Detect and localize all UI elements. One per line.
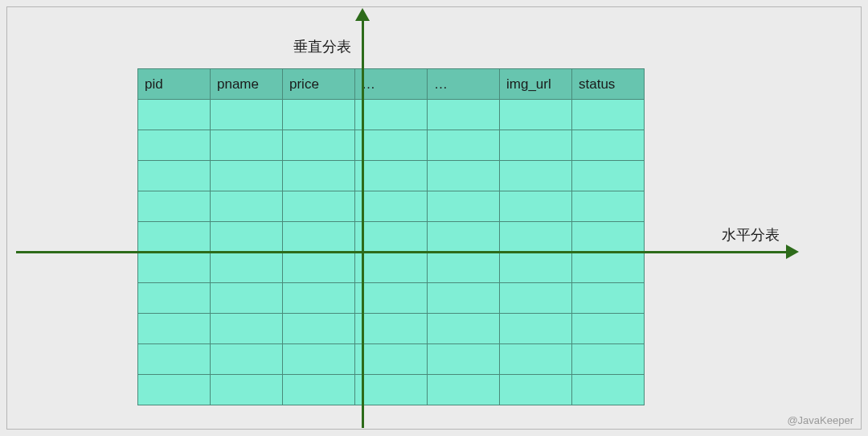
table-header-cell: price bbox=[283, 69, 355, 100]
table-row bbox=[138, 253, 645, 283]
table-header-row: pidpnameprice……img_urlstatus bbox=[138, 69, 645, 100]
table-cell bbox=[138, 191, 211, 222]
table-cell bbox=[572, 222, 645, 253]
watermark-text: @JavaKeeper bbox=[787, 414, 854, 426]
table-cell bbox=[500, 100, 572, 130]
table-cell bbox=[211, 253, 283, 283]
table-cell bbox=[138, 100, 211, 130]
table-cell bbox=[572, 375, 645, 405]
table-header-cell: pid bbox=[138, 69, 211, 100]
table-row bbox=[138, 100, 645, 130]
table-cell bbox=[138, 283, 211, 314]
table-cell bbox=[138, 375, 211, 405]
table-header-cell: img_url bbox=[500, 69, 572, 100]
table-cell bbox=[211, 283, 283, 314]
table-cell bbox=[428, 283, 500, 314]
table-cell bbox=[428, 375, 500, 405]
table-row bbox=[138, 344, 645, 375]
table-cell bbox=[283, 344, 355, 375]
table-cell bbox=[428, 100, 500, 130]
table-cell bbox=[355, 161, 428, 191]
table-cell bbox=[572, 130, 645, 161]
table-header-cell: pname bbox=[211, 69, 283, 100]
table-row bbox=[138, 283, 645, 314]
table-row bbox=[138, 375, 645, 405]
table-cell bbox=[211, 191, 283, 222]
table-cell bbox=[283, 191, 355, 222]
table-cell bbox=[428, 161, 500, 191]
table-cell bbox=[211, 161, 283, 191]
table-cell bbox=[138, 222, 211, 253]
table-cell bbox=[355, 100, 428, 130]
table-cell bbox=[355, 375, 428, 405]
table-cell bbox=[572, 161, 645, 191]
table-cell bbox=[355, 130, 428, 161]
table-cell bbox=[572, 100, 645, 130]
table-cell bbox=[138, 253, 211, 283]
vertical-axis-line bbox=[362, 16, 364, 428]
table-cell bbox=[138, 130, 211, 161]
table-cell bbox=[355, 283, 428, 314]
table-cell bbox=[500, 130, 572, 161]
table-cell bbox=[572, 283, 645, 314]
horizontal-axis-label: 水平分表 bbox=[722, 225, 780, 245]
table-cell bbox=[283, 375, 355, 405]
table-cell bbox=[355, 253, 428, 283]
table-row bbox=[138, 130, 645, 161]
table-row bbox=[138, 191, 645, 222]
table-cell bbox=[572, 344, 645, 375]
table-cell bbox=[211, 100, 283, 130]
table-cell bbox=[572, 253, 645, 283]
table-cell bbox=[355, 191, 428, 222]
table-cell bbox=[428, 314, 500, 344]
table-cell bbox=[211, 130, 283, 161]
table-cell bbox=[500, 161, 572, 191]
table-cell bbox=[283, 283, 355, 314]
table-cell bbox=[355, 344, 428, 375]
table-cell bbox=[211, 375, 283, 405]
table-cell bbox=[428, 344, 500, 375]
table-cell bbox=[138, 344, 211, 375]
table-cell bbox=[283, 253, 355, 283]
vertical-axis-label: 垂直分表 bbox=[293, 37, 351, 56]
vertical-axis-arrow-up-icon bbox=[355, 8, 370, 21]
table-cell bbox=[355, 314, 428, 344]
product-table: pidpnameprice……img_urlstatus bbox=[137, 68, 645, 405]
table-cell bbox=[138, 314, 211, 344]
table-cell bbox=[572, 191, 645, 222]
table-cell bbox=[355, 222, 428, 253]
table-cell bbox=[138, 161, 211, 191]
table-row bbox=[138, 222, 645, 253]
table-cell bbox=[500, 253, 572, 283]
table-cell bbox=[500, 344, 572, 375]
table-cell bbox=[283, 314, 355, 344]
table-cell bbox=[500, 191, 572, 222]
table-row bbox=[138, 314, 645, 344]
horizontal-axis-arrow-right-icon bbox=[786, 245, 799, 259]
table-cell bbox=[428, 130, 500, 161]
table-cell bbox=[283, 161, 355, 191]
table-cell bbox=[428, 191, 500, 222]
table-cell bbox=[428, 222, 500, 253]
table-cell bbox=[500, 314, 572, 344]
table-cell bbox=[572, 314, 645, 344]
table-cell bbox=[211, 344, 283, 375]
table-header-cell: status bbox=[572, 69, 645, 100]
table-cell bbox=[211, 314, 283, 344]
table-cell bbox=[283, 222, 355, 253]
table-cell bbox=[283, 130, 355, 161]
table-cell bbox=[428, 253, 500, 283]
table-cell bbox=[283, 100, 355, 130]
table-cell bbox=[500, 375, 572, 405]
table-cell bbox=[500, 283, 572, 314]
table-header-cell: … bbox=[428, 69, 500, 100]
horizontal-axis-line bbox=[16, 251, 788, 253]
table-row bbox=[138, 161, 645, 191]
table-cell bbox=[500, 222, 572, 253]
table-cell bbox=[211, 222, 283, 253]
table-header-cell: … bbox=[355, 69, 428, 100]
